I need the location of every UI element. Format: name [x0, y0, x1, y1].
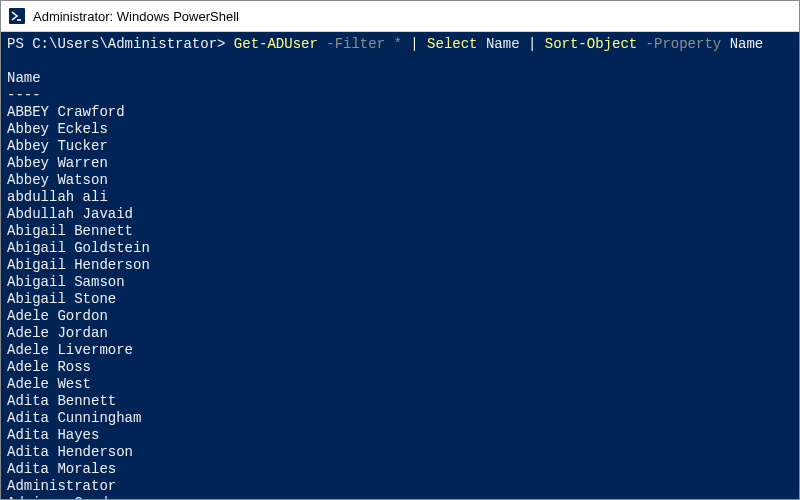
output-row: Adita Bennett: [7, 393, 793, 410]
output-row: Abbey Eckels: [7, 121, 793, 138]
output-row: Adriana Gardner: [7, 495, 793, 499]
output-row: Abigail Goldstein: [7, 240, 793, 257]
output-row: Adele Gordon: [7, 308, 793, 325]
cmd-property-flag: -Property: [646, 36, 722, 52]
output-row: Adele Ross: [7, 359, 793, 376]
output-row: abdullah ali: [7, 189, 793, 206]
output-row: Abbey Warren: [7, 155, 793, 172]
cmd-filter-flag: -Filter: [326, 36, 385, 52]
powershell-icon: [9, 8, 25, 24]
output-row: Adita Hayes: [7, 427, 793, 444]
output-row: Abigail Bennett: [7, 223, 793, 240]
cmd-property-val: Name: [730, 36, 764, 52]
powershell-window: Administrator: Windows PowerShell PS C:\…: [0, 0, 800, 500]
output-row: Adita Morales: [7, 461, 793, 478]
output-column-divider: ----: [7, 87, 41, 103]
cmd-select: Select: [427, 36, 477, 52]
output-name-list: ABBEY CrawfordAbbey EckelsAbbey TuckerAb…: [7, 104, 793, 499]
output-column-header: Name: [7, 70, 41, 86]
output-row: Abigail Henderson: [7, 257, 793, 274]
output-row: Abbey Watson: [7, 172, 793, 189]
cmd-pipe-2: |: [528, 36, 536, 52]
output-row: Adita Cunningham: [7, 410, 793, 427]
output-row: Adele Jordan: [7, 325, 793, 342]
output-row: Abbey Tucker: [7, 138, 793, 155]
output-row: Abdullah Javaid: [7, 206, 793, 223]
cmd-pipe-1: |: [410, 36, 418, 52]
cmd-select-arg: Name: [486, 36, 520, 52]
cmd-sort-object: Sort-Object: [545, 36, 637, 52]
output-row: Administrator: [7, 478, 793, 495]
output-row: Abigail Samson: [7, 274, 793, 291]
output-row: ABBEY Crawford: [7, 104, 793, 121]
output-row: Adele Livermore: [7, 342, 793, 359]
output-row: Adita Henderson: [7, 444, 793, 461]
cmd-filter-val: *: [393, 36, 401, 52]
window-title: Administrator: Windows PowerShell: [33, 9, 239, 24]
cmd-get-aduser: Get-ADUser: [234, 36, 318, 52]
prompt-path: PS C:\Users\Administrator>: [7, 36, 225, 52]
titlebar[interactable]: Administrator: Windows PowerShell: [1, 1, 799, 32]
output-row: Abigail Stone: [7, 291, 793, 308]
terminal-pane[interactable]: PS C:\Users\Administrator> Get-ADUser -F…: [1, 32, 799, 499]
output-row: Adele West: [7, 376, 793, 393]
